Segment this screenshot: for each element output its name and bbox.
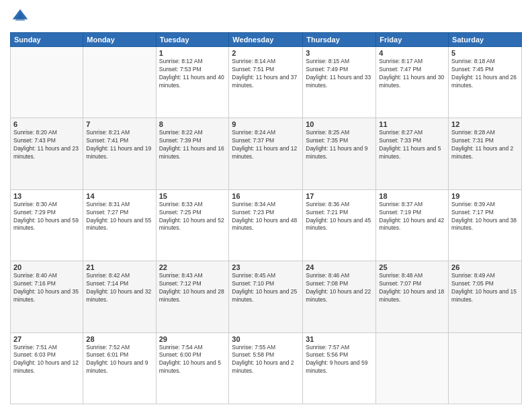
day-info: Sunrise: 8:14 AM Sunset: 7:51 PM Dayligh… [232,58,300,90]
day-number: 24 [306,263,373,271]
day-info: Sunrise: 8:15 AM Sunset: 7:49 PM Dayligh… [306,58,373,90]
calendar-day-cell: 18Sunrise: 8:37 AM Sunset: 7:19 PM Dayli… [376,189,449,261]
day-number: 28 [86,335,152,343]
day-info: Sunrise: 8:39 AM Sunset: 7:17 PM Dayligh… [451,201,519,233]
calendar-day-cell: 4Sunrise: 8:17 AM Sunset: 7:47 PM Daylig… [376,47,449,118]
day-number: 20 [13,263,80,271]
calendar-day-cell: 23Sunrise: 8:45 AM Sunset: 7:10 PM Dayli… [229,261,303,332]
day-number: 3 [306,49,373,57]
day-number: 22 [159,263,226,271]
calendar-day-cell: 25Sunrise: 8:48 AM Sunset: 7:07 PM Dayli… [376,261,449,332]
day-info: Sunrise: 8:30 AM Sunset: 7:29 PM Dayligh… [13,201,80,233]
day-info: Sunrise: 8:40 AM Sunset: 7:16 PM Dayligh… [13,272,80,304]
day-number: 6 [13,120,80,128]
calendar-week-row: 6Sunrise: 8:20 AM Sunset: 7:43 PM Daylig… [11,118,522,189]
day-number: 12 [451,120,519,128]
day-number: 16 [232,192,300,200]
day-number: 21 [86,263,152,271]
calendar-day-cell: 13Sunrise: 8:30 AM Sunset: 7:29 PM Dayli… [11,189,83,261]
day-info: Sunrise: 8:42 AM Sunset: 7:14 PM Dayligh… [86,272,152,304]
day-info: Sunrise: 8:34 AM Sunset: 7:23 PM Dayligh… [232,201,300,233]
day-info: Sunrise: 8:24 AM Sunset: 7:37 PM Dayligh… [232,129,300,161]
day-info: Sunrise: 8:43 AM Sunset: 7:12 PM Dayligh… [159,272,226,304]
calendar-day-cell: 12Sunrise: 8:28 AM Sunset: 7:31 PM Dayli… [449,118,522,189]
day-number: 11 [379,120,445,128]
calendar-day-cell: 21Sunrise: 8:42 AM Sunset: 7:14 PM Dayli… [83,261,156,332]
calendar-day-cell: 31Sunrise: 7:57 AM Sunset: 5:56 PM Dayli… [303,332,376,404]
day-number: 8 [159,120,226,128]
calendar-week-row: 13Sunrise: 8:30 AM Sunset: 7:29 PM Dayli… [11,189,522,261]
day-info: Sunrise: 8:21 AM Sunset: 7:41 PM Dayligh… [86,129,152,161]
day-number: 23 [232,263,300,271]
day-info: Sunrise: 8:36 AM Sunset: 7:21 PM Dayligh… [306,201,373,233]
day-info: Sunrise: 8:12 AM Sunset: 7:53 PM Dayligh… [159,58,226,90]
calendar-week-row: 27Sunrise: 7:51 AM Sunset: 6:03 PM Dayli… [11,332,522,404]
day-number: 9 [232,120,300,128]
calendar-day-header: Monday [83,33,156,47]
calendar-day-header: Sunday [11,33,83,47]
calendar-day-header: Friday [376,33,449,47]
header [10,7,522,27]
calendar-day-cell: 17Sunrise: 8:36 AM Sunset: 7:21 PM Dayli… [303,189,376,261]
day-info: Sunrise: 8:17 AM Sunset: 7:47 PM Dayligh… [379,58,445,90]
logo [10,7,33,27]
day-info: Sunrise: 7:55 AM Sunset: 5:58 PM Dayligh… [232,344,300,376]
calendar-day-cell: 27Sunrise: 7:51 AM Sunset: 6:03 PM Dayli… [11,332,83,404]
day-info: Sunrise: 8:18 AM Sunset: 7:45 PM Dayligh… [451,58,519,90]
day-number: 18 [379,192,445,200]
calendar-day-header: Tuesday [156,33,229,47]
calendar-day-cell: 19Sunrise: 8:39 AM Sunset: 7:17 PM Dayli… [449,189,522,261]
day-info: Sunrise: 8:25 AM Sunset: 7:35 PM Dayligh… [306,129,373,161]
calendar-day-cell: 22Sunrise: 8:43 AM Sunset: 7:12 PM Dayli… [156,261,229,332]
day-info: Sunrise: 7:54 AM Sunset: 6:00 PM Dayligh… [159,344,226,376]
day-number: 19 [451,192,519,200]
day-number: 27 [13,335,80,343]
day-number: 7 [86,120,152,128]
calendar-day-header: Saturday [449,33,522,47]
calendar-day-cell [376,332,449,404]
calendar-table: SundayMondayTuesdayWednesdayThursdayFrid… [10,32,522,404]
calendar-day-cell: 14Sunrise: 8:31 AM Sunset: 7:27 PM Dayli… [83,189,156,261]
day-info: Sunrise: 8:45 AM Sunset: 7:10 PM Dayligh… [232,272,300,304]
day-number: 14 [86,192,152,200]
day-info: Sunrise: 8:28 AM Sunset: 7:31 PM Dayligh… [451,129,519,161]
calendar-day-cell: 9Sunrise: 8:24 AM Sunset: 7:37 PM Daylig… [229,118,303,189]
day-number: 31 [306,335,373,343]
day-number: 1 [159,49,226,57]
calendar-week-row: 1Sunrise: 8:12 AM Sunset: 7:53 PM Daylig… [11,47,522,118]
day-info: Sunrise: 8:48 AM Sunset: 7:07 PM Dayligh… [379,272,445,304]
calendar-day-cell: 7Sunrise: 8:21 AM Sunset: 7:41 PM Daylig… [83,118,156,189]
calendar-day-cell: 28Sunrise: 7:52 AM Sunset: 6:01 PM Dayli… [83,332,156,404]
calendar-day-cell [11,47,83,118]
calendar-day-cell: 6Sunrise: 8:20 AM Sunset: 7:43 PM Daylig… [11,118,83,189]
calendar-week-row: 20Sunrise: 8:40 AM Sunset: 7:16 PM Dayli… [11,261,522,332]
day-number: 30 [232,335,300,343]
calendar-day-cell: 24Sunrise: 8:46 AM Sunset: 7:08 PM Dayli… [303,261,376,332]
day-number: 10 [306,120,373,128]
calendar-day-cell: 3Sunrise: 8:15 AM Sunset: 7:49 PM Daylig… [303,47,376,118]
day-number: 15 [159,192,226,200]
day-info: Sunrise: 8:46 AM Sunset: 7:08 PM Dayligh… [306,272,373,304]
day-info: Sunrise: 8:37 AM Sunset: 7:19 PM Dayligh… [379,201,445,233]
day-number: 2 [232,49,300,57]
day-info: Sunrise: 7:52 AM Sunset: 6:01 PM Dayligh… [86,344,152,376]
calendar-day-cell: 20Sunrise: 8:40 AM Sunset: 7:16 PM Dayli… [11,261,83,332]
day-number: 17 [306,192,373,200]
calendar-day-cell [83,47,156,118]
day-info: Sunrise: 8:27 AM Sunset: 7:33 PM Dayligh… [379,129,445,161]
calendar-day-cell: 1Sunrise: 8:12 AM Sunset: 7:53 PM Daylig… [156,47,229,118]
calendar-day-cell: 11Sunrise: 8:27 AM Sunset: 7:33 PM Dayli… [376,118,449,189]
calendar-day-cell: 16Sunrise: 8:34 AM Sunset: 7:23 PM Dayli… [229,189,303,261]
calendar-day-cell: 10Sunrise: 8:25 AM Sunset: 7:35 PM Dayli… [303,118,376,189]
day-info: Sunrise: 8:33 AM Sunset: 7:25 PM Dayligh… [159,201,226,233]
day-info: Sunrise: 8:31 AM Sunset: 7:27 PM Dayligh… [86,201,152,233]
day-info: Sunrise: 8:22 AM Sunset: 7:39 PM Dayligh… [159,129,226,161]
day-number: 13 [13,192,80,200]
calendar-day-cell: 15Sunrise: 8:33 AM Sunset: 7:25 PM Dayli… [156,189,229,261]
calendar-day-cell: 29Sunrise: 7:54 AM Sunset: 6:00 PM Dayli… [156,332,229,404]
day-number: 25 [379,263,445,271]
day-info: Sunrise: 8:20 AM Sunset: 7:43 PM Dayligh… [13,129,80,161]
calendar-day-cell: 30Sunrise: 7:55 AM Sunset: 5:58 PM Dayli… [229,332,303,404]
day-info: Sunrise: 7:51 AM Sunset: 6:03 PM Dayligh… [13,344,80,376]
day-number: 4 [379,49,445,57]
